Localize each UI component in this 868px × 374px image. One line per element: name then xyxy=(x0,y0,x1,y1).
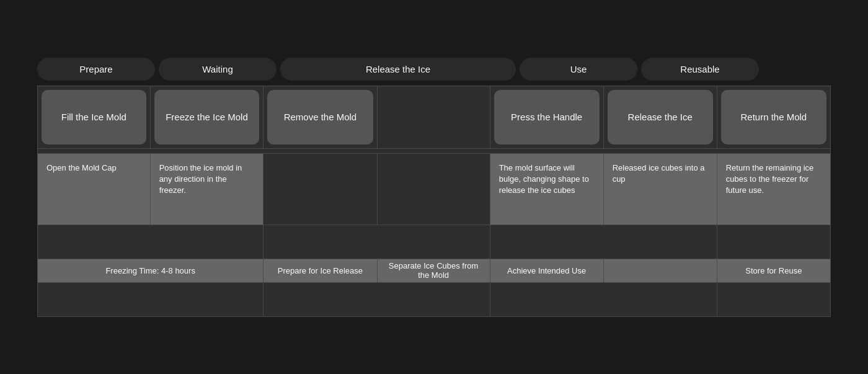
cell-press-step: Press the Handle xyxy=(490,86,603,148)
spacer-row-1 xyxy=(38,148,831,153)
cell-freeze-step: Freeze the Ice Mold xyxy=(150,86,264,148)
pd-reuse: Store for Reuse xyxy=(717,259,830,282)
pd-prepare: Freezing Time: 4-8 hours xyxy=(38,259,264,282)
release-desc: Released ice cubes into a cup xyxy=(604,154,717,225)
phase-release-ice: Release the Ice xyxy=(280,58,516,81)
press-desc: The mold surface will bulge, changing sh… xyxy=(490,154,603,225)
phase-header: Prepare Waiting Release the Ice Use Reus… xyxy=(37,58,831,81)
pd-separate: Separate Ice Cubes from the Mold xyxy=(377,259,490,282)
return-desc: Return the remaining ice cubes to the fr… xyxy=(717,154,830,225)
empty-row-1 xyxy=(38,225,831,259)
phase-waiting: Waiting xyxy=(159,58,277,81)
phase-desc-row: Freezing Time: 4-8 hours Prepare for Ice… xyxy=(38,259,831,282)
main-grid: Fill the Ice Mold Freeze the Ice Mold Re… xyxy=(37,86,831,317)
cell-release-step: Release the Ice xyxy=(603,86,717,148)
remove-desc-empty xyxy=(264,154,376,225)
phase-use: Use xyxy=(520,58,637,81)
desc-row: Open the Mold Cap Position the ice mold … xyxy=(38,153,831,225)
cell-freeze-desc: Position the ice mold in any direction i… xyxy=(150,153,264,225)
freeze-desc: Position the ice mold in any direction i… xyxy=(151,154,264,225)
fill-desc: Open the Mold Cap xyxy=(38,154,150,225)
empty-desc xyxy=(378,154,490,225)
empty-step-box xyxy=(381,90,486,145)
cell-release-desc: Released ice cubes into a cup xyxy=(603,153,717,225)
phase-prepare: Prepare xyxy=(37,58,155,81)
press-step-box: Press the Handle xyxy=(494,90,600,145)
pd-release: Prepare for Ice Release xyxy=(264,259,377,282)
cell-empty-step xyxy=(377,86,490,148)
phase-reusable: Reusable xyxy=(641,58,759,81)
cell-remove-desc xyxy=(264,153,377,225)
cell-remove-step: Remove the Mold xyxy=(264,86,377,148)
pd-store xyxy=(603,259,717,282)
cell-fill-step: Fill the Ice Mold xyxy=(38,86,151,148)
release-step-box: Release the Ice xyxy=(608,90,713,145)
cell-return-desc: Return the remaining ice cubes to the fr… xyxy=(717,153,830,225)
pd-use: Achieve Intended Use xyxy=(490,259,603,282)
cell-return-step: Return the Mold xyxy=(717,86,830,148)
fill-step-box: Fill the Ice Mold xyxy=(42,90,146,145)
step-row: Fill the Ice Mold Freeze the Ice Mold Re… xyxy=(38,86,831,148)
remove-step-box: Remove the Mold xyxy=(267,90,373,145)
bottom-row xyxy=(38,282,831,316)
cell-press-desc: The mold surface will bulge, changing sh… xyxy=(490,153,603,225)
return-step-box: Return the Mold xyxy=(721,90,826,145)
cell-fill-desc: Open the Mold Cap xyxy=(38,153,151,225)
cell-empty-desc xyxy=(377,153,490,225)
freeze-step-box: Freeze the Ice Mold xyxy=(154,90,260,145)
